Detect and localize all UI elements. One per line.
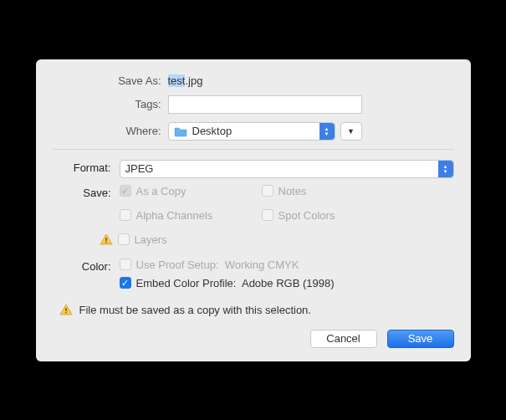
save-options-row: Save: ✓ As a Copy Notes Alpha Channels S… <box>53 185 454 252</box>
format-popup[interactable]: JPEG ▲▼ <box>120 160 454 178</box>
where-row: Where: Desktop ▲▼ ▼ <box>53 122 454 141</box>
folder-icon <box>174 125 187 137</box>
format-value: JPEG <box>125 162 154 175</box>
where-label: Where: <box>53 125 168 137</box>
alpha-channels-label: Alpha Channels <box>136 209 213 222</box>
chevron-down-icon: ▼ <box>347 127 355 136</box>
use-proof-setup-checkbox <box>120 259 131 270</box>
spot-colors-checkbox <box>262 209 273 221</box>
save-as-selected-text: test <box>168 74 186 87</box>
warning-note-row: File must be saved as a copy with this s… <box>59 304 454 316</box>
warning-note-text: File must be saved as a copy with this s… <box>79 304 311 316</box>
embed-profile-label: Embed Color Profile: Adobe RGB (1998) <box>136 277 335 289</box>
svg-rect-0 <box>105 238 106 241</box>
tags-row: Tags: <box>53 95 454 114</box>
save-as-input[interactable]: test.jpg <box>168 74 362 87</box>
warning-icon <box>59 304 73 315</box>
color-label: Color: <box>53 259 120 295</box>
save-dialog: Save As: test.jpg Tags: Where: Desktop ▲… <box>36 59 471 361</box>
as-a-copy-label: As a Copy <box>136 185 187 197</box>
embed-profile-checkbox[interactable]: ✓ <box>120 277 131 289</box>
up-down-icon: ▲▼ <box>438 161 453 177</box>
save-as-suffix: .jpg <box>185 74 202 87</box>
svg-rect-3 <box>65 312 66 313</box>
tags-label: Tags: <box>53 98 168 110</box>
expand-button[interactable]: ▼ <box>340 122 362 141</box>
alpha-channels-checkbox <box>120 209 131 221</box>
where-popup[interactable]: Desktop ▲▼ <box>168 122 335 141</box>
button-row: Cancel Save <box>53 330 454 348</box>
warning-icon <box>100 233 113 245</box>
where-value: Desktop <box>192 125 233 137</box>
cancel-button[interactable]: Cancel <box>310 330 377 348</box>
svg-rect-2 <box>65 308 66 311</box>
notes-checkbox <box>262 185 273 197</box>
divider <box>53 149 454 150</box>
tags-input[interactable] <box>168 95 362 114</box>
layers-checkbox <box>118 233 130 245</box>
layers-label: Layers <box>135 233 167 246</box>
notes-label: Notes <box>279 185 307 197</box>
format-label: Format: <box>53 160 120 178</box>
color-row: Color: Use Proof Setup: Working CMYK ✓ E… <box>53 259 454 295</box>
save-as-label: Save As: <box>53 74 168 87</box>
save-button[interactable]: Save <box>387 330 454 348</box>
use-proof-setup-label: Use Proof Setup: Working CMYK <box>136 259 299 271</box>
svg-rect-1 <box>105 242 106 243</box>
format-row: Format: JPEG ▲▼ <box>53 160 454 178</box>
save-as-row: Save As: test.jpg <box>53 74 454 87</box>
up-down-icon: ▲▼ <box>319 123 335 140</box>
as-a-copy-checkbox: ✓ <box>120 185 131 197</box>
spot-colors-label: Spot Colors <box>279 209 335 222</box>
